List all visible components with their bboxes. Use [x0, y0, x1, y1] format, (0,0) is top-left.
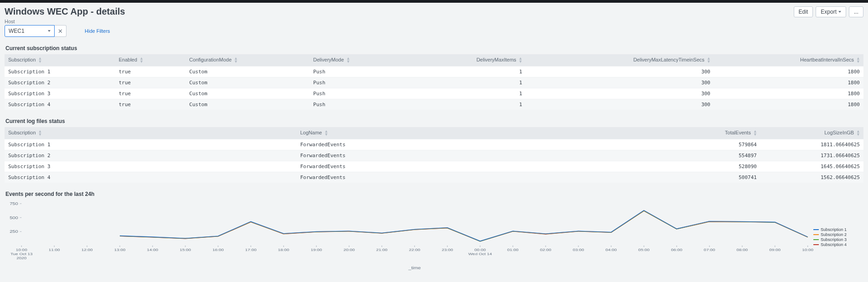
column-header[interactable]: Subscription — [5, 127, 296, 139]
chart-legend: Subscription 1Subscription 2Subscription… — [813, 200, 863, 275]
table-cell: Custom — [186, 99, 310, 110]
legend-swatch — [813, 239, 819, 240]
table-cell: 1562.06640625 — [761, 172, 863, 183]
svg-text:03:00: 03:00 — [573, 248, 584, 252]
events-chart: 25050075010:00Tue Oct 13202011:0012:0013… — [5, 200, 813, 273]
sort-icon — [346, 57, 350, 63]
svg-text:22:00: 22:00 — [409, 248, 420, 252]
table-row: Subscription 2ForwardedEvents5548971731.… — [5, 150, 863, 161]
host-label: Host — [5, 19, 125, 24]
svg-text:14:00: 14:00 — [147, 248, 158, 252]
hide-filters-link[interactable]: Hide Filters — [85, 28, 110, 34]
table-cell: Custom — [186, 77, 310, 88]
table-cell: true — [115, 99, 186, 110]
log-files-table: Subscription LogName TotalEvents LogSize… — [5, 127, 863, 183]
table-cell: Push — [310, 67, 408, 77]
sort-icon — [38, 130, 42, 136]
panel-log-files-status: Current log files status Subscription Lo… — [5, 118, 863, 183]
column-header[interactable]: Enabled — [115, 54, 186, 67]
column-header[interactable]: ConfigurationMode — [186, 54, 310, 67]
column-header[interactable]: LogName — [296, 127, 657, 139]
table-cell: ForwardedEvents — [296, 139, 657, 150]
table-cell: 1645.06640625 — [761, 161, 863, 172]
legend-swatch — [813, 234, 819, 235]
sort-icon — [707, 57, 710, 63]
table-cell: 500741 — [657, 172, 760, 183]
chevron-down-icon — [48, 30, 51, 32]
table-cell: 1800 — [714, 88, 863, 99]
chevron-down-icon — [838, 11, 841, 13]
sort-icon — [753, 130, 757, 136]
host-select-value: WEC1 — [9, 28, 25, 34]
table-cell: 1731.06640625 — [761, 150, 863, 161]
host-select[interactable]: WEC1 — [5, 25, 55, 37]
table-row: Subscription 3trueCustomPush13001800 — [5, 88, 863, 99]
table-row: Subscription 2trueCustomPush13001800 — [5, 77, 863, 88]
legend-item[interactable]: Subscription 1 — [813, 227, 863, 232]
svg-text:09:00: 09:00 — [769, 248, 781, 252]
table-cell: Subscription 4 — [5, 99, 115, 110]
legend-label: Subscription 1 — [821, 227, 847, 232]
table-cell: 1800 — [714, 67, 863, 77]
table-cell: true — [115, 77, 186, 88]
table-cell: 1 — [408, 77, 526, 88]
table-cell: Subscription 2 — [5, 150, 296, 161]
table-cell: Subscription 2 — [5, 77, 115, 88]
table-cell: Custom — [186, 67, 310, 77]
table-cell: ForwardedEvents — [296, 150, 657, 161]
table-cell: 1 — [408, 67, 526, 77]
panel-title: Events per second for the last 24h — [5, 191, 863, 197]
legend-item[interactable]: Subscription 2 — [813, 232, 863, 237]
edit-button[interactable]: Edit — [794, 6, 813, 17]
export-button[interactable]: Export — [816, 6, 846, 17]
sort-icon — [324, 130, 328, 136]
svg-text:11:00: 11:00 — [49, 248, 60, 252]
column-header[interactable]: HeartbeatIntervalInSecs — [714, 54, 863, 67]
svg-text:2020: 2020 — [16, 256, 26, 260]
table-cell: true — [115, 67, 186, 77]
table-row: Subscription 3ForwardedEvents5280901645.… — [5, 161, 863, 172]
table-cell: Subscription 3 — [5, 161, 296, 172]
sort-icon — [38, 57, 42, 63]
table-cell: Push — [310, 88, 408, 99]
panel-title: Current log files status — [5, 118, 863, 124]
svg-text:10:00: 10:00 — [802, 248, 813, 252]
legend-item[interactable]: Subscription 4 — [813, 242, 863, 247]
close-icon: ✕ — [58, 28, 63, 35]
legend-label: Subscription 4 — [821, 242, 847, 247]
table-row: Subscription 4trueCustomPush13001800 — [5, 99, 863, 110]
svg-text:23:00: 23:00 — [442, 248, 453, 252]
svg-text:17:00: 17:00 — [245, 248, 256, 252]
table-cell: Push — [310, 99, 408, 110]
edit-button-label: Edit — [799, 9, 808, 15]
more-button[interactable]: ... — [849, 6, 863, 17]
svg-text:13:00: 13:00 — [114, 248, 126, 252]
sort-icon — [856, 130, 860, 136]
svg-text:250: 250 — [10, 230, 18, 234]
table-cell: 1 — [408, 99, 526, 110]
legend-swatch — [813, 229, 819, 230]
column-header[interactable]: TotalEvents — [657, 127, 760, 139]
table-cell: Subscription 1 — [5, 67, 115, 77]
legend-item[interactable]: Subscription 3 — [813, 237, 863, 242]
legend-swatch — [813, 244, 819, 245]
svg-text:12:00: 12:00 — [82, 248, 93, 252]
svg-text:00:00: 00:00 — [475, 248, 486, 252]
table-cell: 300 — [526, 77, 714, 88]
table-cell: 300 — [526, 88, 714, 99]
svg-text:08:00: 08:00 — [736, 248, 748, 252]
table-row: Subscription 4ForwardedEvents5007411562.… — [5, 172, 863, 183]
column-header[interactable]: Subscription — [5, 54, 115, 67]
table-cell: Subscription 3 — [5, 88, 115, 99]
host-clear-button[interactable]: ✕ — [55, 25, 66, 37]
table-row: Subscription 1ForwardedEvents5798641811.… — [5, 139, 863, 150]
column-header[interactable]: DeliveryMaxItems — [408, 54, 526, 67]
column-header[interactable]: LogSizeInGB — [761, 127, 863, 139]
table-cell: 1800 — [714, 77, 863, 88]
svg-text:19:00: 19:00 — [311, 248, 322, 252]
table-cell: Push — [310, 77, 408, 88]
column-header[interactable]: DeliveryMaxLatencyTimeinSecs — [526, 54, 714, 67]
table-cell: 528090 — [657, 161, 760, 172]
table-cell: Custom — [186, 88, 310, 99]
column-header[interactable]: DeliveryMode — [310, 54, 408, 67]
